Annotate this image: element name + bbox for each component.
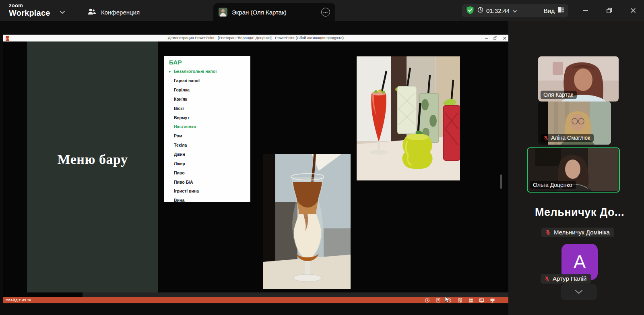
clock-icon bbox=[477, 7, 483, 15]
participant-name-tag: Аліна Смаглюк bbox=[541, 134, 594, 142]
powerpoint-window-title: Демонстрация PowerPoint - [Ресторан “Вер… bbox=[3, 35, 508, 40]
participant-row-melnychuk[interactable]: Мельничук Домініка bbox=[512, 228, 644, 237]
conference-tab-label: Конференция bbox=[101, 9, 140, 16]
menu-item: Ром bbox=[169, 131, 249, 141]
participant-row-artur[interactable]: Артур Палій bbox=[541, 274, 591, 284]
ppt-close-icon bbox=[503, 36, 507, 40]
powerpoint-window-controls bbox=[485, 35, 507, 41]
menu-item: Настоянки bbox=[169, 122, 249, 131]
menu-item: Ігристі вина bbox=[169, 187, 249, 196]
bar-menu-card: БАР ▸Безалкогольні напої Гарячі напої Го… bbox=[164, 56, 250, 202]
menu-item: Кон'як bbox=[169, 95, 249, 104]
timer-chevron-down-icon[interactable] bbox=[512, 7, 517, 15]
participant-name-tag: Ольга Доценко bbox=[530, 181, 576, 189]
menu-item: Лікер bbox=[169, 159, 249, 168]
muted-mic-icon bbox=[545, 229, 551, 235]
bar-menu-heading: БАР bbox=[169, 59, 250, 66]
view-layout-icon[interactable] bbox=[557, 7, 565, 15]
menu-item: Вина bbox=[169, 196, 249, 205]
participant-name-tag: Оля Картак bbox=[541, 91, 577, 99]
people-icon bbox=[87, 8, 96, 17]
ppt-minimize-icon bbox=[485, 36, 488, 40]
active-item-bullet: ▸ bbox=[169, 70, 174, 73]
all-slides-grid-icon bbox=[469, 298, 473, 303]
menu-item: ▸Безалкогольні напої bbox=[169, 67, 249, 76]
window-restore-button[interactable] bbox=[599, 0, 619, 21]
meeting-status-pill: 01:32:44 Вид bbox=[462, 4, 568, 17]
cocktails-photo bbox=[357, 56, 460, 180]
shared-powerpoint-window: P Демонстрация PowerPoint - [Ресторан “В… bbox=[3, 35, 508, 303]
ppt-presenter-bar: СЛАЙД 7 ИЗ 10 bbox=[3, 297, 508, 303]
notes-icon bbox=[436, 298, 440, 303]
bar-menu-list: ▸Безалкогольні напої Гарячі напої Горілк… bbox=[169, 67, 249, 205]
participant-big-name-label: Мельничук До... bbox=[508, 206, 644, 219]
iced-coffee-photo bbox=[263, 154, 351, 289]
slide-counter: СЛАЙД 7 ИЗ 10 bbox=[6, 298, 31, 302]
participant-video-olga-dotsenko-active[interactable]: Ольга Доценко bbox=[527, 147, 620, 193]
zoom-workplace-logo: zoom Workplace bbox=[9, 3, 50, 17]
meeting-timer: 01:32:44 bbox=[486, 7, 510, 14]
participant-video-olya-kartak[interactable]: Оля Картак bbox=[538, 56, 619, 102]
participant-video-alina-smaglyuk[interactable]: Аліна Смаглюк bbox=[538, 102, 611, 145]
participant-name-tag: Артур Палій bbox=[541, 274, 591, 284]
chevron-down-icon bbox=[574, 290, 583, 294]
logo-workplace-text: Workplace bbox=[9, 9, 50, 17]
participant-name-tag: Мельничук Домініка bbox=[541, 228, 614, 237]
security-shield-icon[interactable] bbox=[466, 6, 475, 16]
menu-item: Текіла bbox=[169, 141, 249, 150]
end-show-icon bbox=[490, 298, 495, 303]
collapse-participants-button[interactable] bbox=[561, 284, 597, 300]
window-close-button[interactable] bbox=[623, 0, 643, 21]
mouse-cursor bbox=[445, 296, 450, 305]
slide-title-panel: Меню бару bbox=[27, 41, 158, 292]
menu-item: Віскі bbox=[169, 104, 249, 113]
muted-mic-icon bbox=[543, 135, 549, 141]
menu-item: Горілка bbox=[169, 85, 249, 95]
menu-item: Вермут bbox=[169, 113, 249, 122]
avatar-letter: A bbox=[574, 251, 586, 273]
zoom-top-bar: zoom Workplace Конференция Экран (Оля Ка… bbox=[0, 0, 644, 21]
logo-zoom-text: zoom bbox=[9, 3, 50, 8]
menu-item: Джин bbox=[169, 150, 249, 159]
presenter-avatar bbox=[219, 8, 227, 17]
tab-more-icon[interactable]: ••• bbox=[321, 8, 330, 17]
screen-tab-label: Экран (Оля Картак) bbox=[232, 9, 287, 16]
zoom-workplace-window: zoom Workplace Конференция Экран (Оля Ка… bbox=[0, 0, 644, 315]
menu-item: Гарячі напої bbox=[169, 76, 249, 85]
presentation-slide: Меню бару БАР ▸Безалкогольні напої Гаряч… bbox=[3, 41, 508, 297]
zoom-slide-icon bbox=[479, 298, 484, 303]
menu-item: Пиво bbox=[169, 168, 249, 177]
ppt-scrollbar-thumb bbox=[500, 174, 502, 189]
pen-menu-icon bbox=[458, 298, 462, 303]
muted-mic-icon bbox=[544, 276, 550, 282]
powerpoint-titlebar: P Демонстрация PowerPoint - [Ресторан “В… bbox=[3, 35, 508, 41]
participants-sidebar: Оля Картак Аліна Смаглюк bbox=[508, 21, 644, 315]
ppt-restore-icon bbox=[493, 36, 497, 40]
menu-item: Пиво Б/А bbox=[169, 177, 249, 187]
slide-title: Меню бару bbox=[58, 152, 128, 167]
window-minimize-button[interactable] bbox=[576, 0, 596, 21]
workspace-chevron-down-icon[interactable] bbox=[60, 8, 65, 16]
previous-slide-icon bbox=[425, 298, 429, 303]
presenter-tools bbox=[425, 297, 495, 303]
tab-conference[interactable]: Конференция bbox=[83, 3, 144, 21]
view-button-label[interactable]: Вид bbox=[544, 7, 555, 14]
tab-shared-screen[interactable]: Экран (Оля Картак) ••• bbox=[213, 3, 335, 21]
